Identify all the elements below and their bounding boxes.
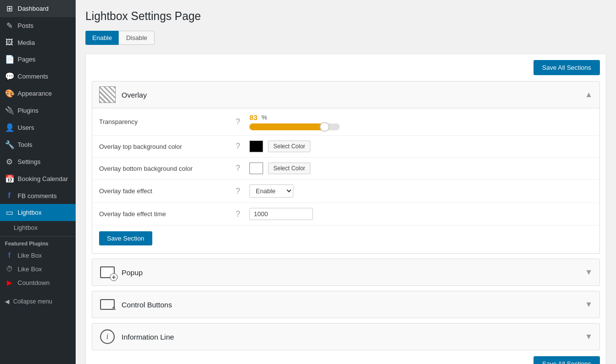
popup-header-left: Popup <box>99 264 143 281</box>
sidebar-item-pages[interactable]: Pages <box>0 51 76 68</box>
sidebar-item-users[interactable]: Users <box>0 119 76 136</box>
transparency-help-icon[interactable]: ? <box>236 118 249 126</box>
overlay-top-bg-row: Overlay top background color ? Select Co… <box>92 136 599 158</box>
sidebar-item-label: Settings <box>18 158 41 165</box>
sidebar-item-label: FB comments <box>18 192 57 200</box>
sidebar-item-lightbox-sub[interactable]: Lightbox <box>0 221 76 234</box>
overlay-bottom-bg-control: Select Color <box>249 162 593 174</box>
collapse-label: Collapse menu <box>13 298 52 305</box>
overlay-top-bg-label: Overlay top background color <box>99 143 236 150</box>
enable-disable-group: Enable Disable <box>85 31 606 45</box>
sidebar-item-label: Plugins <box>18 107 39 114</box>
popup-chevron-icon: ▼ <box>585 268 593 277</box>
control-buttons-icon <box>99 296 116 313</box>
tools-icon <box>5 140 14 149</box>
sidebar-item-media[interactable]: Media <box>0 34 76 51</box>
transparency-row: Transparency ? 83 % <box>92 108 599 136</box>
sidebar-item-comments[interactable]: Comments <box>0 68 76 85</box>
sidebar-item-lightbox[interactable]: Lightbox <box>0 204 76 221</box>
overlay-bottom-bg-row: Overlay bottom background color ? Select… <box>92 158 599 180</box>
sidebar-item-settings[interactable]: Settings <box>0 153 76 170</box>
save-all-sections-bottom-button[interactable]: Save All Sections <box>534 356 600 364</box>
collapse-menu-button[interactable]: Collapse menu <box>0 294 76 309</box>
sidebar-item-label: Comments <box>18 73 48 80</box>
sidebar-item-label: Like Box <box>18 265 42 273</box>
overlay-top-color-swatch[interactable] <box>249 141 263 152</box>
users-icon <box>5 123 14 132</box>
overlay-bottom-bg-help-icon[interactable]: ? <box>236 164 249 173</box>
transparency-slider[interactable] <box>249 123 340 130</box>
overlay-bottom-bg-label: Overlay bottom background color <box>99 165 236 172</box>
sidebar-item-countdown[interactable]: Like Box <box>0 262 76 276</box>
information-line-section-title: Information Line <box>122 333 174 341</box>
sidebar-item-youtube-embed[interactable]: Countdown <box>0 276 76 289</box>
posts-icon <box>5 21 14 30</box>
sidebar-item-label: Booking Calendar <box>18 175 68 182</box>
sidebar-item-appearance[interactable]: Appearance <box>0 85 76 102</box>
control-buttons-section-header[interactable]: Control Buttons ▼ <box>92 291 599 318</box>
overlay-fade-row: Overlay fade effect ? Enable Disable <box>92 180 599 203</box>
sidebar-item-plugins[interactable]: Plugins <box>0 102 76 119</box>
sidebar: Dashboard Posts Media Pages Comments App… <box>0 0 76 364</box>
overlay-fade-label: Overlay fade effect <box>99 187 236 195</box>
overlay-bottom-select-color-button[interactable]: Select Color <box>268 162 310 174</box>
overlay-fade-help-icon[interactable]: ? <box>236 187 249 196</box>
sidebar-item-like-box[interactable]: Like Box <box>0 248 76 262</box>
overlay-fade-time-help-icon[interactable]: ? <box>236 210 249 219</box>
sidebar-item-label: Pages <box>18 56 36 63</box>
popup-section-header[interactable]: Popup ▼ <box>92 259 599 285</box>
disable-button[interactable]: Disable <box>119 31 154 45</box>
popup-icon <box>99 264 116 281</box>
overlay-section: Overlay ▲ Transparency ? 83 % <box>92 81 600 254</box>
page-title: Lightbox Settings Page <box>85 10 606 23</box>
save-all-sections-top-button[interactable]: Save All Sections <box>534 60 600 75</box>
lightbox-icon <box>5 208 14 217</box>
overlay-fade-time-input[interactable] <box>249 208 313 220</box>
overlay-section-body: Transparency ? 83 % <box>92 108 599 253</box>
settings-icon <box>5 157 14 166</box>
enable-button[interactable]: Enable <box>85 31 119 45</box>
overlay-section-header[interactable]: Overlay ▲ <box>92 81 599 108</box>
fb-icon <box>5 191 14 200</box>
sidebar-item-label: Appearance <box>18 90 52 97</box>
comments-icon <box>5 72 14 81</box>
overlay-fade-select[interactable]: Enable Disable <box>249 184 293 198</box>
countdown-icon <box>5 265 14 273</box>
sidebar-item-label: Countdown <box>18 279 50 286</box>
sidebar-item-booking-calendar[interactable]: Booking Calendar <box>0 170 76 187</box>
pages-icon <box>5 55 14 64</box>
overlay-bottom-color-swatch[interactable] <box>249 162 263 174</box>
transparency-label: Transparency <box>99 118 236 125</box>
sidebar-item-tools[interactable]: Tools <box>0 136 76 153</box>
sidebar-item-label: Users <box>18 124 34 131</box>
popup-section: Popup ▼ <box>92 259 600 286</box>
overlay-save-section-button[interactable]: Save Section <box>99 231 152 245</box>
overlay-icon <box>99 86 116 103</box>
overlay-section-header-left: Overlay <box>99 86 147 103</box>
sidebar-item-fb-comments[interactable]: FB comments <box>0 187 76 204</box>
information-line-section-header[interactable]: i Information Line ▼ <box>92 324 599 350</box>
transparency-control: 83 % <box>249 113 593 130</box>
dashboard-icon <box>5 4 14 13</box>
collapse-icon <box>5 298 9 305</box>
overlay-section-title: Overlay <box>122 91 147 99</box>
control-buttons-section-title: Control Buttons <box>122 301 172 309</box>
plugins-icon <box>5 106 14 115</box>
main-content: Lightbox Settings Page Enable Disable Sa… <box>76 0 616 364</box>
appearance-icon <box>5 89 14 98</box>
sidebar-item-posts[interactable]: Posts <box>0 17 76 34</box>
sidebar-item-label: Like Box <box>18 252 42 259</box>
featured-plugins-label: Featured Plugins <box>0 239 76 248</box>
overlay-top-bg-help-icon[interactable]: ? <box>236 142 249 151</box>
overlay-top-select-color-button[interactable]: Select Color <box>268 141 310 152</box>
booking-icon <box>5 174 14 183</box>
transparency-slider-wrapper: 83 % <box>249 113 340 130</box>
overlay-fade-control: Enable Disable <box>249 184 593 198</box>
information-line-icon: i <box>99 328 116 345</box>
transparency-value: 83 <box>249 113 258 121</box>
sidebar-item-dashboard[interactable]: Dashboard <box>0 0 76 17</box>
information-line-chevron-icon: ▼ <box>585 332 593 341</box>
sidebar-divider <box>0 236 76 237</box>
control-buttons-section: Control Buttons ▼ <box>92 291 600 318</box>
overlay-top-bg-control: Select Color <box>249 141 593 152</box>
